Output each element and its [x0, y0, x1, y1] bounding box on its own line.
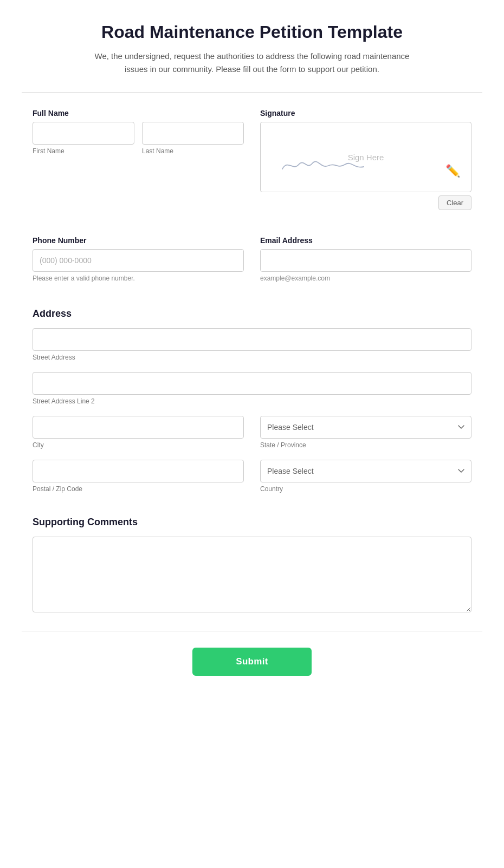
- signature-placeholder-text: Sign Here: [348, 153, 384, 162]
- country-sublabel: Country: [260, 485, 471, 493]
- signature-canvas[interactable]: Sign Here ✏️: [260, 122, 471, 192]
- full-name-group: Full Name First Name Last Name: [33, 109, 244, 155]
- first-name-sublabel: First Name: [33, 147, 134, 155]
- email-hint: example@example.com: [260, 275, 471, 282]
- pen-icon: ✏️: [445, 164, 460, 178]
- country-group: Please Select Country: [260, 460, 471, 493]
- page-description: We, the undersigned, request the authori…: [89, 50, 415, 76]
- state-province-label: State / Province: [260, 441, 471, 449]
- postal-code-input[interactable]: [33, 460, 244, 482]
- name-signature-section: Full Name First Name Last Name Signature: [0, 93, 504, 236]
- supporting-comments-title: Supporting Comments: [33, 517, 471, 528]
- email-group: Email Address example@example.com: [260, 236, 471, 282]
- submit-area: Submit: [0, 631, 504, 703]
- page-title: Road Maintenance Petition Template: [33, 22, 471, 42]
- submit-button[interactable]: Submit: [192, 648, 311, 676]
- signature-label: Signature: [260, 109, 471, 118]
- supporting-comments-textarea[interactable]: [33, 537, 471, 612]
- postal-country-row: Postal / Zip Code Please Select Country: [33, 460, 471, 493]
- phone-hint: Please enter a valid phone number.: [33, 275, 244, 282]
- name-signature-row: Full Name First Name Last Name Signature: [33, 109, 471, 210]
- street-address-line2-group: Street Address Line 2: [33, 372, 471, 405]
- state-province-select[interactable]: Please Select: [260, 416, 471, 439]
- page-wrapper: Road Maintenance Petition Template We, t…: [0, 0, 504, 703]
- last-name-sublabel: Last Name: [142, 147, 244, 155]
- country-select[interactable]: Please Select: [260, 460, 471, 482]
- clear-signature-button[interactable]: Clear: [438, 195, 471, 210]
- address-section-title: Address: [33, 308, 471, 319]
- supporting-comments-section: Supporting Comments: [0, 517, 504, 631]
- street-address-sublabel: Street Address: [33, 354, 471, 361]
- street-address-group: Street Address: [33, 328, 471, 361]
- state-province-group: Please Select State / Province: [260, 416, 471, 449]
- name-inputs-row: First Name Last Name: [33, 122, 244, 155]
- phone-input[interactable]: [33, 249, 244, 272]
- city-sublabel: City: [33, 441, 244, 449]
- street-address-line2-input[interactable]: [33, 372, 471, 395]
- phone-email-section: Phone Number Please enter a valid phone …: [0, 236, 504, 308]
- phone-label: Phone Number: [33, 236, 244, 245]
- email-label: Email Address: [260, 236, 471, 245]
- first-name-input[interactable]: [33, 122, 134, 145]
- postal-code-sublabel: Postal / Zip Code: [33, 485, 244, 493]
- city-input[interactable]: [33, 416, 244, 439]
- last-name-field: Last Name: [142, 122, 244, 155]
- phone-group: Phone Number Please enter a valid phone …: [33, 236, 244, 282]
- city-group: City: [33, 416, 244, 449]
- page-header: Road Maintenance Petition Template We, t…: [0, 0, 504, 92]
- street-address-input[interactable]: [33, 328, 471, 351]
- postal-code-group: Postal / Zip Code: [33, 460, 244, 493]
- city-state-row: City Please Select State / Province: [33, 416, 471, 449]
- signature-group: Signature Sign Here ✏️ Clear: [260, 109, 471, 210]
- last-name-input[interactable]: [142, 122, 244, 145]
- address-section: Address Street Address Street Address Li…: [0, 308, 504, 517]
- email-input[interactable]: [260, 249, 471, 272]
- street-address-line2-sublabel: Street Address Line 2: [33, 397, 471, 405]
- phone-email-row: Phone Number Please enter a valid phone …: [33, 236, 471, 282]
- first-name-field: First Name: [33, 122, 134, 155]
- full-name-label: Full Name: [33, 109, 244, 118]
